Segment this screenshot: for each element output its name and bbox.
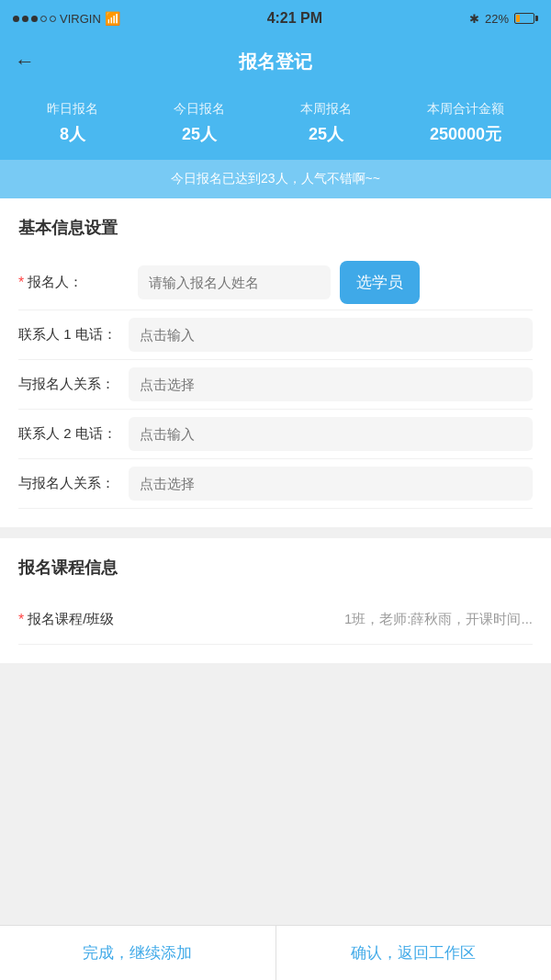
contact1-phone-input[interactable] [129, 318, 533, 352]
relation2-wrap [129, 467, 533, 501]
notice-text: 今日报名已达到23人，人气不错啊~~ [171, 171, 380, 186]
stat-week-total-label: 本周合计金额 [427, 101, 504, 118]
battery-percent: 22% [485, 12, 509, 26]
stat-week-label: 本周报名 [300, 101, 352, 118]
contact2-phone-wrap [129, 417, 533, 451]
bluetooth-icon: ✱ [469, 12, 479, 26]
contact2-phone-label: 联系人 2 电话： [18, 425, 129, 443]
basic-info-section: 基本信息设置 * 报名人： 选学员 联系人 1 电话： 与报名人关系： 联系人 … [0, 198, 551, 527]
stat-yesterday-value: 8人 [60, 123, 85, 145]
battery-icon [514, 13, 538, 24]
relation1-wrap [129, 367, 533, 401]
required-star-1: * [18, 275, 24, 291]
status-bar: VIRGIN 📶 4:21 PM ✱ 22% [0, 0, 551, 37]
back-button[interactable]: ← [15, 50, 35, 73]
relation1-label-text: 与报名人关系： [18, 376, 115, 393]
registrant-label: * 报名人： [18, 274, 129, 291]
signal-dots [13, 16, 56, 22]
dot1 [13, 16, 19, 22]
section-divider [0, 527, 551, 538]
dot4 [40, 16, 47, 22]
course-label: * 报名课程/班级 [18, 611, 129, 628]
stat-week-total: 本周合计金额 250000元 [427, 101, 504, 145]
contact2-phone-input[interactable] [129, 417, 533, 451]
course-label-text: 报名课程/班级 [28, 611, 114, 628]
nav-bar: ← 报名登记 [0, 37, 551, 86]
course-info-section: 报名课程信息 * 报名课程/班级 1班，老师:薛秋雨，开课时间... [0, 538, 551, 663]
confirm-return-button[interactable]: 确认，返回工作区 [276, 926, 552, 980]
dot5 [50, 16, 56, 22]
course-info-title: 报名课程信息 [18, 557, 533, 579]
required-star-2: * [18, 612, 24, 628]
notice-banner: 今日报名已达到23人，人气不错啊~~ [0, 160, 551, 198]
basic-info-title: 基本信息设置 [18, 217, 533, 239]
stat-today: 今日报名 25人 [174, 101, 225, 145]
dot3 [31, 16, 38, 22]
continue-add-button[interactable]: 完成，继续添加 [0, 926, 276, 980]
select-student-button[interactable]: 选学员 [340, 261, 420, 304]
status-right: ✱ 22% [469, 12, 538, 26]
stat-week-value: 25人 [309, 123, 343, 145]
contact1-phone-row: 联系人 1 电话： [18, 310, 533, 360]
stat-today-label: 今日报名 [174, 101, 225, 118]
relation1-row: 与报名人关系： [18, 360, 533, 410]
stat-yesterday-label: 昨日报名 [47, 101, 98, 118]
carrier-label: VIRGIN [60, 12, 101, 26]
stat-yesterday: 昨日报名 8人 [47, 101, 98, 145]
registrant-input[interactable] [138, 265, 331, 299]
course-row[interactable]: * 报名课程/班级 1班，老师:薛秋雨，开课时间... [18, 595, 533, 645]
contact2-phone-label-text: 联系人 2 电话： [18, 425, 117, 443]
nav-title: 报名登记 [239, 50, 312, 74]
wifi-icon: 📶 [105, 11, 120, 26]
stat-today-value: 25人 [182, 123, 217, 145]
course-value: 1班，老师:薛秋雨，开课时间... [129, 611, 533, 628]
stat-week-total-value: 250000元 [430, 123, 501, 145]
registrant-label-text: 报名人： [28, 274, 83, 291]
status-left: VIRGIN 📶 [13, 11, 120, 26]
stats-section: 昨日报名 8人 今日报名 25人 本周报名 25人 本周合计金额 250000元… [0, 86, 551, 198]
relation1-label: 与报名人关系： [18, 376, 129, 393]
relation2-label: 与报名人关系： [18, 475, 129, 492]
relation2-label-text: 与报名人关系： [18, 475, 115, 492]
stat-week: 本周报名 25人 [300, 101, 352, 145]
stats-row: 昨日报名 8人 今日报名 25人 本周报名 25人 本周合计金额 250000元 [0, 101, 551, 160]
bottom-bar: 完成，继续添加 确认，返回工作区 [0, 925, 551, 980]
relation2-row: 与报名人关系： [18, 459, 533, 509]
contact1-phone-wrap [129, 318, 533, 352]
status-time: 4:21 PM [267, 10, 322, 27]
contact1-phone-label: 联系人 1 电话： [18, 326, 129, 344]
registrant-row: * 报名人： 选学员 [18, 255, 533, 310]
relation1-select[interactable] [129, 367, 533, 401]
contact2-phone-row: 联系人 2 电话： [18, 410, 533, 459]
relation2-select[interactable] [129, 467, 533, 501]
contact1-phone-label-text: 联系人 1 电话： [18, 326, 117, 344]
dot2 [22, 16, 28, 22]
